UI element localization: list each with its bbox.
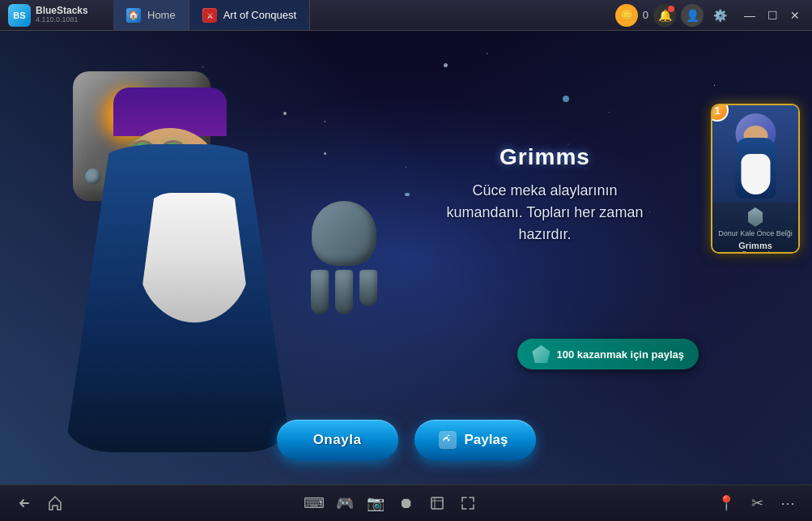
tab-game[interactable]: ⚔ Art of Conquest — [189, 0, 310, 30]
claw-fingers — [291, 270, 397, 314]
settings-button[interactable]: ⚙️ — [708, 4, 731, 27]
hero-card-image — [712, 105, 798, 203]
tab-home-label: Home — [147, 9, 176, 21]
svg-rect-2 — [432, 498, 443, 509]
tab-area: 🏠 Home ⚔ Art of Conquest — [113, 0, 609, 30]
account-button[interactable]: 👤 — [681, 4, 704, 27]
game-area: Grimms Cüce meka alaylarının kumandanı. … — [0, 31, 812, 485]
notification-button[interactable]: 🔔 — [653, 4, 676, 27]
notification-dot — [668, 6, 674, 12]
claw-finger — [311, 270, 329, 314]
more-options-icon[interactable]: ⋯ — [776, 491, 800, 515]
card-badge-area — [716, 207, 795, 227]
title-bar-controls: 🪙 0 🔔 👤 ⚙️ — ☐ ✕ — [609, 4, 812, 27]
location-icon[interactable]: 📍 — [714, 491, 738, 515]
bluestacks-brand: BlueStacks 4.110.0.1081 — [36, 6, 88, 24]
cut-icon[interactable]: ✂ — [745, 491, 769, 515]
grimms-beard — [138, 193, 251, 322]
back-icon[interactable] — [12, 491, 36, 515]
hero-card-footer: Donur Kale Önce Belği Grimms General — [712, 203, 798, 254]
card-char-body — [735, 138, 776, 199]
bluestacks-logo-icon: BS — [8, 4, 31, 27]
share-banner-text: 100 kazanmak için paylaş — [556, 348, 684, 361]
grimms-claw — [291, 201, 397, 347]
coin-button[interactable]: 🪙 — [615, 4, 638, 27]
share-banner[interactable]: 100 kazanmak için paylaş — [517, 339, 699, 369]
claw-arm-top — [312, 201, 376, 266]
hero-description: Cüce meka alaylarının kumandanı. Topları… — [440, 180, 650, 246]
coin-count: 0 — [643, 9, 648, 21]
window-controls: — ☐ ✕ — [739, 5, 806, 26]
toolbar-left — [12, 491, 67, 515]
tab-home[interactable]: 🏠 Home — [113, 0, 189, 30]
record-icon[interactable]: ⏺ — [394, 491, 419, 515]
account-icon: 👤 — [686, 9, 699, 22]
title-bar: BS BlueStacks 4.110.0.1081 🏠 Home ⚔ Art … — [0, 0, 812, 31]
coin-icon: 🪙 — [621, 10, 632, 20]
hero-card: 1 Donur Kale Önce Belği Grimms General — [711, 104, 800, 254]
resize-icon[interactable] — [425, 491, 449, 515]
share-button-icon — [439, 431, 457, 449]
fullscreen-icon[interactable] — [456, 491, 480, 515]
minimize-button[interactable]: — — [739, 5, 760, 26]
close-button[interactable]: ✕ — [784, 5, 806, 26]
action-buttons: Onayla Paylaş — [277, 420, 536, 460]
card-shield-icon — [748, 207, 763, 227]
home-icon[interactable] — [43, 491, 67, 515]
camera-icon[interactable]: 📷 — [363, 491, 388, 515]
maximize-button[interactable]: ☐ — [762, 5, 783, 26]
keyboard-icon[interactable]: ⌨ — [302, 491, 326, 515]
claw-finger — [335, 270, 353, 314]
gamepad-icon[interactable]: 🎮 — [333, 491, 357, 515]
home-tab-icon: 🏠 — [126, 8, 141, 23]
bluestacks-logo-area: BS BlueStacks 4.110.0.1081 — [0, 4, 113, 27]
particle — [563, 96, 569, 102]
toolbar-right: 📍 ✂ ⋯ — [714, 491, 800, 515]
toolbar-center: ⌨ 🎮 📷 ⏺ — [302, 491, 480, 515]
bottom-toolbar: ⌨ 🎮 📷 ⏺ 📍 ✂ ⋯ — [0, 485, 812, 521]
bolt — [85, 169, 101, 185]
hero-info-panel: Grimms Cüce meka alaylarının kumandanı. … — [440, 144, 650, 246]
character-grimms — [24, 55, 445, 452]
gem-icon — [532, 345, 550, 363]
card-subtitle: Donur Kale Önce Belği — [716, 229, 795, 239]
claw-finger — [359, 270, 377, 306]
tab-game-label: Art of Conquest — [223, 9, 296, 21]
svg-text:⚔: ⚔ — [206, 11, 213, 20]
hero-name: Grimms — [440, 144, 650, 170]
app-version: 4.110.0.1081 — [36, 16, 88, 24]
card-hero-name: Grimms — [716, 241, 795, 250]
share-button[interactable]: Paylaş — [415, 420, 536, 460]
share-button-label: Paylaş — [465, 432, 508, 448]
confirm-button[interactable]: Onayla — [277, 420, 398, 460]
card-hero-title: General — [716, 250, 795, 254]
card-char-beard — [741, 154, 770, 194]
game-tab-icon: ⚔ — [202, 8, 217, 23]
gear-icon: ⚙️ — [713, 9, 727, 22]
hero-card-character — [721, 109, 790, 203]
